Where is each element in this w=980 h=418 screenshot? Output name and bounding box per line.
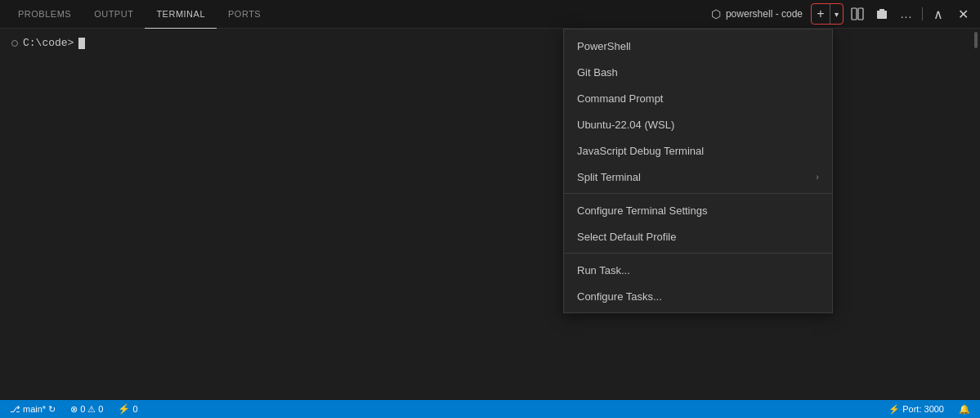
menu-item-configure-tasks[interactable]: Configure Tasks... <box>564 283 832 309</box>
error-icon: ⊗ <box>70 404 78 415</box>
menu-item-split-terminal[interactable]: Split Terminal › <box>564 164 832 190</box>
menu-item-ubuntu[interactable]: Ubuntu-22.04 (WSL) <box>564 111 832 137</box>
terminal-scrollbar[interactable] <box>972 29 980 400</box>
status-branch[interactable]: ⎇ main* ↻ <box>7 400 59 418</box>
split-terminal-button[interactable] <box>847 3 868 25</box>
status-bell[interactable]: 🔔 <box>955 400 973 418</box>
branch-name: main* <box>23 404 46 414</box>
chevron-right-icon: › <box>816 172 819 182</box>
tab-output[interactable]: OUTPUT <box>83 0 145 29</box>
port-icon: ⚡ <box>888 404 900 415</box>
terminal-content[interactable]: C:\code> <box>0 29 980 400</box>
close-panel-button[interactable]: ✕ <box>952 3 973 25</box>
new-terminal-button[interactable]: + <box>812 4 830 24</box>
maximize-panel-button[interactable]: ∧ <box>928 3 949 25</box>
toolbar-divider <box>922 7 923 20</box>
sync-icon: ↻ <box>48 404 56 415</box>
kill-terminal-button[interactable] <box>871 3 893 25</box>
bell-icon: 🔔 <box>959 404 970 415</box>
menu-item-git-bash[interactable]: Git Bash <box>564 59 832 85</box>
terminal-dropdown-menu: PowerShell Git Bash Command Prompt Ubunt… <box>563 29 833 313</box>
branch-icon: ⎇ <box>10 404 20 415</box>
terminal-toolbar: ⬡ powershell - code + ▾ ... <box>706 3 973 25</box>
terminal-cursor <box>78 38 85 49</box>
terminal-prompt-text: C:\code> <box>23 37 74 49</box>
warning-icon: ⚠ <box>87 404 96 415</box>
menu-item-powershell[interactable]: PowerShell <box>564 33 832 59</box>
menu-section-shells: PowerShell Git Bash Command Prompt Ubunt… <box>564 29 832 193</box>
error-count: 0 <box>80 404 85 414</box>
tab-problems[interactable]: PROBLEMS <box>7 0 83 29</box>
port-label: Port: 3000 <box>902 404 944 414</box>
new-terminal-dropdown[interactable]: + ▾ <box>811 3 844 25</box>
info-icon: ⚡ <box>118 403 130 415</box>
svg-rect-1 <box>858 8 863 20</box>
prompt-circle-icon <box>11 40 18 47</box>
scrollbar-thumb[interactable] <box>974 32 978 48</box>
status-bar: ⎇ main* ↻ ⊗ 0 ⚠ 0 ⚡ 0 ⚡ Port: 3000 🔔 <box>0 400 980 418</box>
status-port[interactable]: ⚡ Port: 3000 <box>885 400 947 418</box>
status-bar-right: ⚡ Port: 3000 🔔 <box>885 400 973 418</box>
tab-bar: PROBLEMS OUTPUT TERMINAL PORTS ⬡ powersh… <box>0 0 980 29</box>
menu-section-settings: Configure Terminal Settings Select Defau… <box>564 193 832 253</box>
terminal-instance-label: ⬡ powershell - code <box>706 6 808 22</box>
status-errors[interactable]: ⊗ 0 ⚠ 0 <box>67 400 106 418</box>
svg-rect-0 <box>852 8 857 20</box>
menu-section-tasks: Run Task... Configure Tasks... <box>564 253 832 312</box>
menu-item-run-task[interactable]: Run Task... <box>564 257 832 283</box>
tab-ports[interactable]: PORTS <box>217 0 272 29</box>
menu-item-command-prompt[interactable]: Command Prompt <box>564 85 832 111</box>
menu-item-configure-settings[interactable]: Configure Terminal Settings <box>564 197 832 223</box>
menu-item-select-default[interactable]: Select Default Profile <box>564 223 832 249</box>
terminal-dropdown-caret[interactable]: ▾ <box>830 4 843 24</box>
menu-item-js-debug[interactable]: JavaScript Debug Terminal <box>564 137 832 164</box>
warning-count: 0 <box>98 404 103 414</box>
tab-terminal[interactable]: TERMINAL <box>145 0 217 29</box>
info-count: 0 <box>132 404 137 414</box>
status-bar-left: ⎇ main* ↻ ⊗ 0 ⚠ 0 ⚡ 0 <box>7 400 141 418</box>
status-info[interactable]: ⚡ 0 <box>114 400 141 418</box>
more-actions-button[interactable]: ... <box>896 3 917 25</box>
tab-list: PROBLEMS OUTPUT TERMINAL PORTS <box>7 0 272 29</box>
terminal-icon: ⬡ <box>711 7 721 20</box>
